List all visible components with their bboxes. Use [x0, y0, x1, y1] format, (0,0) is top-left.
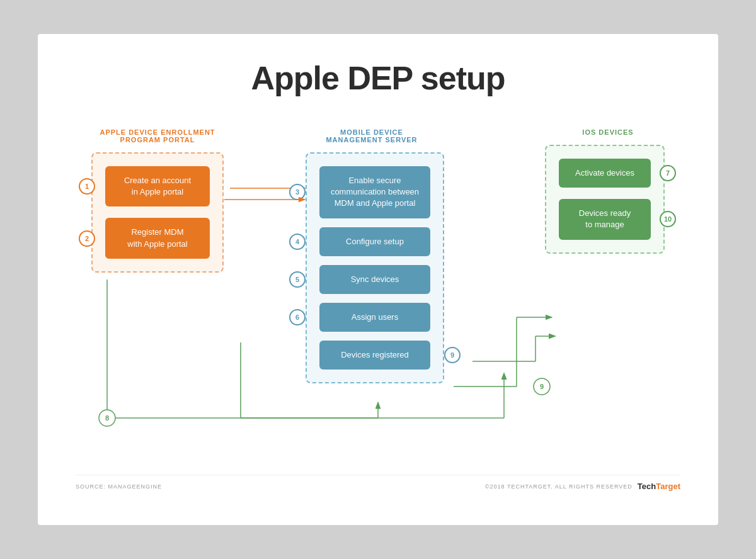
svg-text:8: 8 [105, 414, 109, 422]
ios-column: IOS DEVICES 7 Activate devices 10 Device… [536, 128, 680, 254]
mdm-header: MOBILE DEVICE MANAGEMENT SERVER [284, 128, 460, 144]
step-5-num: 5 [289, 271, 306, 288]
diagram-area: APPLE DEVICE ENROLLMENT PROGRAM PORTAL 1… [76, 128, 680, 456]
copyright-label: ©2018 TECHTARGET. ALL RIGHTS RESERVED [485, 483, 633, 490]
step-9-num: 9 [444, 347, 461, 363]
brand-area: ©2018 TECHTARGET. ALL RIGHTS RESERVED Te… [485, 482, 680, 491]
step-4-num: 4 [289, 234, 306, 250]
mdm-column: MOBILE DEVICE MANAGEMENT SERVER 3 Enable… [284, 128, 460, 383]
portal-column: APPLE DEVICE ENROLLMENT PROGRAM PORTAL 1… [76, 128, 239, 273]
step-3-box: Enable securecommunication betweenMDM an… [319, 166, 430, 218]
step-9-box: Devices registered [319, 341, 430, 370]
step-1-num: 1 [79, 178, 95, 195]
step-7-box: Activate devices [559, 159, 651, 188]
step-4-box: Configure setup [319, 227, 430, 256]
portal-header: APPLE DEVICE ENROLLMENT PROGRAM PORTAL [76, 128, 239, 144]
ios-header: IOS DEVICES [536, 128, 680, 136]
brand-logo: TechTarget [638, 482, 680, 491]
footer: SOURCE: MANAGEENGINE ©2018 TECHTARGET. A… [76, 475, 680, 491]
step-7-num: 7 [660, 165, 676, 181]
svg-point-19 [534, 378, 550, 395]
step-2-num: 2 [79, 230, 95, 247]
page-title: Apple DEP setup [76, 59, 680, 97]
portal-panel: 1 Create an accountin Apple portal 2 Reg… [91, 152, 224, 273]
step-1-box: Create an accountin Apple portal [105, 166, 210, 206]
main-card: Apple DEP setup [38, 34, 718, 525]
mdm-panel: 3 Enable securecommunication betweenMDM … [306, 152, 444, 383]
step-5-box: Sync devices [319, 265, 430, 294]
step-3-num: 3 [289, 184, 306, 200]
step-2-box: Register MDMwith Apple portal [105, 218, 210, 258]
svg-text:9: 9 [540, 383, 544, 390]
source-label: SOURCE: MANAGEENGINE [76, 483, 162, 490]
step-6-box: Assign users [319, 303, 430, 332]
step-10-num: 10 [660, 211, 676, 227]
step-10-box: Devices readyto manage [559, 199, 651, 239]
svg-point-17 [99, 410, 115, 426]
ios-panel: 7 Activate devices 10 Devices readyto ma… [545, 145, 665, 254]
step-6-num: 6 [289, 309, 306, 325]
